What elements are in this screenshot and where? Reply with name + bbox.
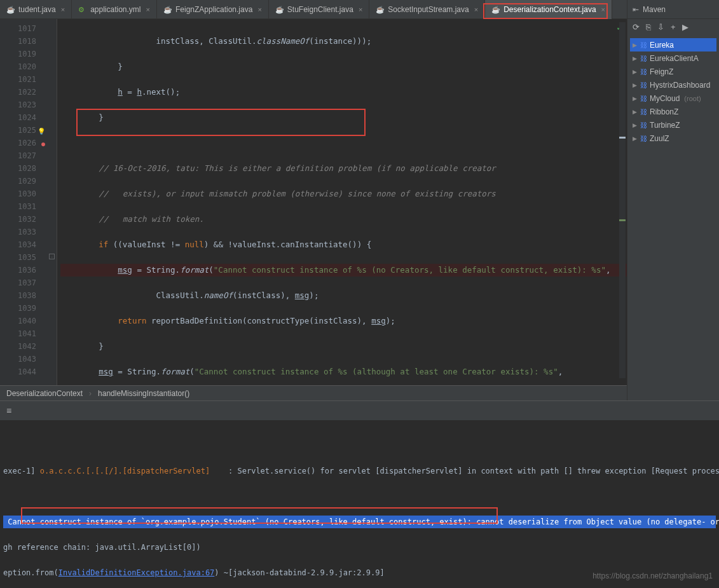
maven-toolbar: ⟳ ⎘ ⇩ + ▶ (627, 19, 719, 35)
tab-feignz-application[interactable]: FeignZApplication.java× (157, 0, 269, 19)
menu-icon[interactable]: ≡ (6, 406, 11, 416)
tree-item-ribbonz[interactable]: ▶⛓RibbonZ (630, 105, 716, 118)
close-icon[interactable]: × (359, 6, 362, 13)
run-icon[interactable]: ▶ (682, 22, 688, 32)
add-icon[interactable]: + (671, 22, 676, 32)
tree-label: HystrixDashboard (650, 81, 710, 90)
tree-label: Eureka (650, 41, 674, 50)
chevron-right-icon: ▶ (633, 55, 638, 62)
tab-stu-feign-client[interactable]: StuFeignClient.java× (269, 0, 370, 19)
tree-label: ZuulZ (650, 134, 669, 143)
line-number: 1033 (0, 226, 36, 238)
close-icon[interactable]: × (146, 6, 150, 13)
chevron-right-icon: ▶ (633, 122, 638, 128)
tab-label: SocketInputStream.java (388, 5, 469, 14)
breadcrumb: DeserializationContext › handleMissingIn… (0, 385, 627, 400)
download-icon[interactable]: ⇩ (657, 22, 664, 32)
line-number: 1042 (0, 340, 36, 353)
tab-student[interactable]: tudent.java× (0, 0, 72, 19)
line-number: 1017 (0, 22, 36, 35)
module-icon: ⛓ (640, 55, 647, 62)
console-header: ≡ (0, 401, 719, 420)
console-panel: ≡ exec-1] o.a.c.c.C.[.[.[/].[dispatcherS… (0, 400, 719, 588)
tree-item-eureka[interactable]: ▶⛓Eureka (630, 38, 716, 51)
breadcrumb-method[interactable]: handleMissingInstantiator() (98, 389, 189, 398)
refresh-icon[interactable]: ⟳ (633, 22, 640, 32)
tab-label: DeserializationContext.java (503, 5, 596, 14)
close-icon[interactable]: × (601, 6, 605, 13)
close-icon[interactable]: × (257, 6, 261, 13)
module-icon: ⛓ (640, 121, 647, 129)
tree-label: MyCloud (650, 94, 680, 103)
tree-item-turbinez[interactable]: ▶⛓TurbineZ (630, 118, 716, 132)
sources-icon[interactable]: ⎘ (646, 22, 651, 32)
module-icon: ⛓ (640, 108, 647, 116)
tab-label: FeignZApplication.java (175, 5, 252, 14)
java-icon (6, 5, 15, 14)
module-icon: ⛓ (640, 81, 647, 89)
java-icon (376, 5, 385, 14)
tree-label: TurbineZ (650, 121, 680, 130)
chevron-right-icon: › (89, 389, 92, 398)
root-badge: (root) (684, 95, 701, 102)
code-editor[interactable]: instClass, ClassUtil.classNameOf(instanc… (57, 19, 627, 385)
line-number: 1036 (0, 264, 36, 277)
line-number: 1041 (0, 327, 36, 340)
line-number: 1022 (0, 86, 36, 99)
line-number: 1021 (0, 73, 36, 86)
java-icon (163, 5, 172, 14)
chevron-right-icon: ▶ (633, 42, 638, 48)
tree-item-zuulz[interactable]: ▶⛓ZuulZ (630, 132, 716, 145)
line-number: 1028 (0, 162, 36, 175)
panel-title: Maven (643, 5, 714, 14)
line-number: 1040 (0, 315, 36, 327)
line-number: 1027 (0, 149, 36, 162)
line-number: 1034 (0, 238, 36, 251)
tree-label: EurekaClientA (650, 54, 699, 63)
line-number: 1030 (0, 188, 36, 200)
tab-label: tudent.java (18, 5, 56, 14)
hide-icon[interactable]: ⇤ (633, 5, 639, 14)
fold-icon[interactable]: - (49, 254, 55, 259)
stack-link[interactable]: InvalidDefinitionException.java:67 (58, 568, 215, 577)
editor-tabs: tudent.java× application.yml× FeignZAppl… (0, 0, 627, 19)
tab-application-yml[interactable]: application.yml× (72, 0, 157, 19)
chevron-right-icon: ▶ (633, 69, 638, 75)
line-number: 1043 (0, 353, 36, 366)
module-icon: ⛓ (640, 41, 647, 49)
tree-label: FeignZ (650, 67, 673, 76)
module-icon: ⛓ (640, 95, 647, 102)
line-number: 1032 (0, 213, 36, 226)
console-output[interactable]: exec-1] o.a.c.c.C.[.[.[/].[dispatcherSer… (0, 420, 719, 588)
java-icon (275, 5, 284, 14)
tab-label: StuFeignClient.java (287, 5, 353, 14)
tab-deserialization-context[interactable]: DeserializationContext.java× (485, 0, 612, 19)
chevron-right-icon: ▶ (633, 109, 638, 115)
fold-gutter: - (48, 19, 57, 385)
tree-item-mycloud[interactable]: ▶⛓MyCloud(root) (630, 92, 716, 105)
minimap[interactable] (619, 22, 626, 378)
line-number: 1019 (0, 48, 36, 60)
tree-item-hystrix-dashboard[interactable]: ▶⛓HystrixDashboard (630, 78, 716, 92)
bulb-icon[interactable]: 💡 (38, 125, 45, 138)
module-icon: ⛓ (640, 68, 647, 76)
breakpoint-icon[interactable]: ● (41, 138, 45, 151)
tree-item-eureka-client-a[interactable]: ▶⛓EurekaClientA (630, 51, 716, 65)
yml-icon (78, 5, 87, 14)
line-number: 1038 (0, 289, 36, 302)
line-number: 1044 (0, 366, 36, 378)
tab-label: application.yml (90, 5, 140, 14)
tree-item-feignz[interactable]: ▶⛓FeignZ (630, 65, 716, 78)
breadcrumb-class[interactable]: DeserializationContext (6, 389, 83, 398)
line-number: 1023 (0, 99, 36, 111)
line-gutter: 1017 1018 1019 1020 1021 1022 1023 1024 … (0, 19, 48, 385)
close-icon[interactable]: × (61, 6, 65, 13)
line-number: 1029 (0, 175, 36, 188)
chevron-right-icon: ▶ (633, 82, 638, 88)
close-icon[interactable]: × (474, 6, 478, 13)
tab-socket-input-stream[interactable]: SocketInputStream.java× (369, 0, 485, 19)
module-icon: ⛓ (640, 135, 647, 142)
watermark: https://blog.csdn.net/zhanghailang1 (592, 571, 713, 580)
line-number: 1039 (0, 302, 36, 315)
maven-tree: ▶⛓Eureka ▶⛓EurekaClientA ▶⛓FeignZ ▶⛓Hyst… (627, 35, 719, 148)
